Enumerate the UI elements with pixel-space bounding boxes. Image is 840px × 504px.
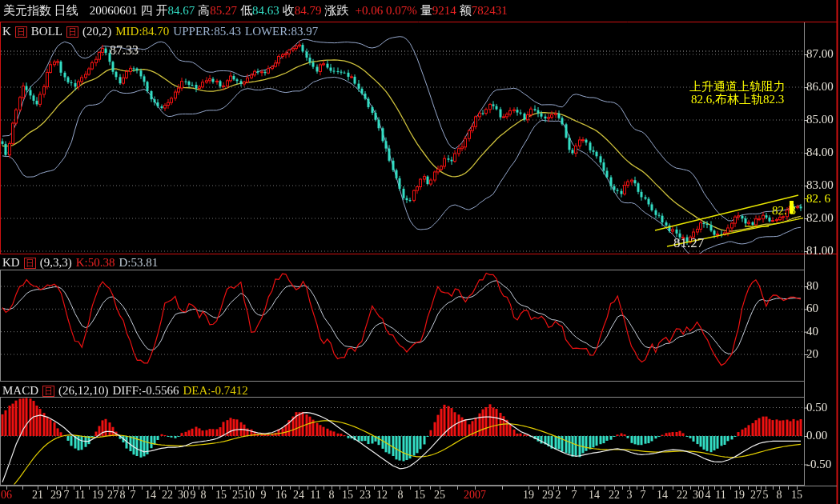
info-segment: 量 <box>420 4 432 17</box>
chart-canvas[interactable] <box>0 0 840 504</box>
date-tick-label: 16 <box>275 489 287 502</box>
info-segment: 美元指数 日线 <box>3 4 78 17</box>
date-tick-label: 3 <box>627 489 633 502</box>
macd-label-segment: MACD <box>2 384 38 397</box>
axis-tick-label: 0.00 <box>806 429 827 442</box>
info-segment: 涨跌 <box>325 4 349 17</box>
date-tick-label: 14 <box>589 489 600 502</box>
date-tick-label: 15 <box>791 489 802 502</box>
period-selector-daily[interactable]: 日 <box>66 26 78 38</box>
channel-annotation: 上升通道上轨阻力 82.6,布林上轨82.3 <box>673 80 802 106</box>
date-tick-label: 29 <box>50 489 62 502</box>
kd-pane-indicator-label: KD日(9,3,3)K:50.38D:53.81 <box>2 255 162 270</box>
date-tick-label: 8 <box>777 489 782 502</box>
date-tick-label: 12 <box>376 489 388 502</box>
k-label-segment: LOWER:83.97 <box>245 25 318 38</box>
date-tick-label: 9 <box>261 489 267 502</box>
k-label-segment: MID:84.70 <box>115 25 169 38</box>
date-tick-label: 10 <box>243 489 255 502</box>
date-tick-label: 8 <box>329 489 335 502</box>
date-tick-label: 7 <box>64 489 70 502</box>
date-tick-label: 22 <box>162 489 173 502</box>
axis-tick-label: 20 <box>806 347 818 361</box>
date-tick-label: 29 <box>542 489 553 502</box>
date-tick-label: 7 <box>131 489 136 502</box>
info-segment: 84.63 <box>252 4 279 17</box>
date-tick-label: 11 <box>715 489 725 502</box>
macd-label-segment: DIFF:-0.5566 <box>113 384 179 397</box>
k-label-segment: (20,2) <box>82 25 111 38</box>
upper-target-axis-label: 82. 6 <box>806 192 830 206</box>
date-tick-label: 15 <box>215 489 227 502</box>
date-tick-label: 06 <box>1 489 12 502</box>
macd-label-segment: (26,12,10) <box>58 384 109 397</box>
info-segment: 开 <box>156 4 168 17</box>
info-bar: 美元指数 日线20060601 四开84.67高85.27低84.63收84.7… <box>3 3 508 18</box>
date-tick-label: 8 <box>120 489 126 502</box>
date-tick-label: 5 <box>763 489 769 502</box>
kd-label-segment: KD <box>2 256 20 269</box>
date-tick-label: 27 <box>107 489 119 502</box>
period-selector-daily[interactable]: 日 <box>15 26 27 38</box>
k-label-segment: UPPER:85.43 <box>173 25 241 38</box>
date-tick-label: 22 <box>677 489 688 502</box>
info-segment: 低 <box>240 4 252 17</box>
date-tick-label: 7 <box>572 489 577 502</box>
info-segment: 收 <box>283 4 295 17</box>
kd-label-segment: K:50.38 <box>76 256 115 269</box>
date-tick-label: 30 <box>178 489 189 502</box>
date-tick-label: 24 <box>293 489 304 502</box>
channel-annotation-line2: 82.6,布林上轨82.3 <box>673 93 802 106</box>
info-segment: 782431 <box>472 4 508 17</box>
axis-tick-label: 60 <box>806 302 818 315</box>
axis-tick-label: 80 <box>806 279 818 293</box>
kd-label-segment: (9,3,3) <box>40 256 72 269</box>
date-tick-label: 27 <box>750 489 762 502</box>
date-tick-label: 21 <box>32 489 43 502</box>
period-selector-daily[interactable]: 日 <box>24 258 36 269</box>
info-segment: 20060601 四 <box>90 4 153 17</box>
period-selector-daily[interactable]: 日 <box>42 386 54 397</box>
date-tick-label: 19 <box>523 489 534 502</box>
info-segment: 额 <box>460 4 472 17</box>
info-segment: 85.27 <box>210 4 237 17</box>
date-tick-label: 23 <box>360 489 371 502</box>
date-tick-label: 22 <box>609 489 620 502</box>
date-tick-label: 2007 <box>464 489 486 502</box>
channel-annotation-line1: 上升通道上轨阻力 <box>673 80 802 93</box>
date-tick-label: 8 <box>201 489 207 502</box>
info-segment: 9214 <box>432 4 456 17</box>
info-segment: +0.06 0.07% <box>356 4 417 17</box>
low-price-annotation: 81.27 <box>673 235 704 251</box>
date-tick-label: 15 <box>414 489 425 502</box>
k-pane-indicator-label: K日BOLL日(20,2)MID:84.70UPPER:85.43LOWER:8… <box>2 24 322 39</box>
app-window: 美元指数 日线20060601 四开84.67高85.27低84.63收84.7… <box>0 0 840 504</box>
date-tick-label: 7 <box>641 489 646 502</box>
info-segment: 高 <box>198 4 210 17</box>
axis-tick-label: -0.50 <box>806 458 831 471</box>
k-label-segment: BOLL <box>31 25 62 38</box>
date-tick-label: 9 <box>191 489 196 502</box>
date-tick-label: 30 <box>693 489 704 502</box>
date-tick-label: 19 <box>92 489 103 502</box>
k-label-segment: K <box>2 25 11 38</box>
axis-tick-label: 40 <box>806 325 818 338</box>
axis-tick-label: 0.50 <box>806 401 827 414</box>
date-tick-label: 15 <box>342 489 353 502</box>
macd-label-segment: DEA:-0.7412 <box>183 384 247 397</box>
date-tick-label: 25 <box>232 489 243 502</box>
date-tick-label: 8 <box>398 489 404 502</box>
date-tick-label: 2 <box>556 489 561 502</box>
date-tick-label: 11 <box>74 489 85 502</box>
kd-label-segment: D:53.81 <box>119 256 158 269</box>
date-tick-label: 14 <box>145 489 156 502</box>
high-price-annotation: 87.33 <box>110 43 139 58</box>
date-tick-label: 11 <box>310 489 320 502</box>
date-tick-label: 25 <box>434 489 445 502</box>
date-tick-label: 14 <box>657 489 668 502</box>
macd-pane-indicator-label: MACD日(26,12,10)DIFF:-0.5566DEA:-0.7412 <box>2 383 252 398</box>
info-segment: 84.79 <box>295 4 322 17</box>
info-segment: 84.67 <box>168 4 195 17</box>
date-tick-label: 19 <box>733 489 745 502</box>
date-tick-label: 4 <box>705 489 711 502</box>
